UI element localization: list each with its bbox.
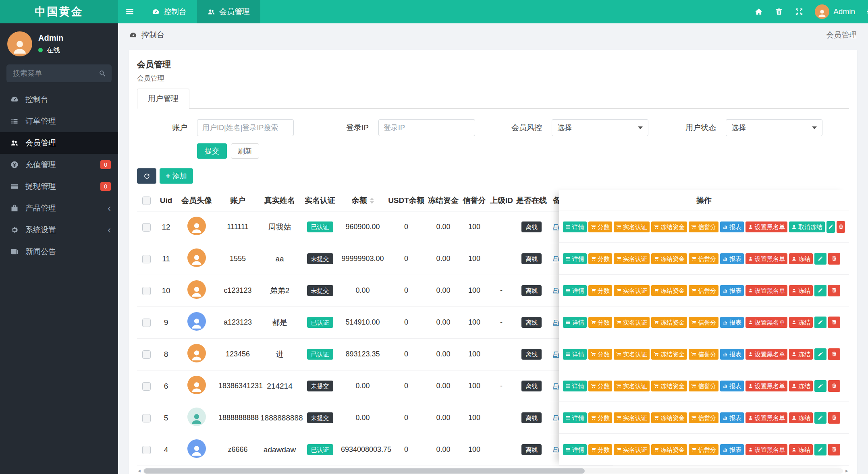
op-score-button[interactable]: 分数 <box>588 381 612 391</box>
op-credit-button[interactable]: 信誉分 <box>689 444 718 455</box>
delete-button[interactable] <box>828 380 840 392</box>
op-credit-button[interactable]: 信誉分 <box>689 285 718 296</box>
row-checkbox[interactable] <box>142 319 151 327</box>
op-blacklist-button[interactable]: 设置黑名单 <box>745 285 787 296</box>
op-report-button[interactable]: 报表 <box>720 444 744 455</box>
op-score-button[interactable]: 分数 <box>588 253 612 264</box>
op-blacklist-button[interactable]: 设置黑名单 <box>745 221 787 232</box>
menu-search-button[interactable] <box>94 65 111 81</box>
op-realname-button[interactable]: 实名认证 <box>614 221 650 232</box>
edit-button[interactable] <box>814 317 826 328</box>
delete-button[interactable] <box>828 412 840 424</box>
sidebar-toggle-button[interactable] <box>118 0 141 23</box>
op-report-button[interactable]: 报表 <box>720 349 744 360</box>
delete-button[interactable] <box>828 444 840 455</box>
row-checkbox[interactable] <box>142 414 151 422</box>
refresh-table-button[interactable] <box>137 168 156 184</box>
topnav-members[interactable]: 会员管理 <box>197 0 260 23</box>
member-avatar[interactable] <box>187 217 206 235</box>
op-report-button[interactable]: 报表 <box>720 253 744 264</box>
edit-button[interactable] <box>814 380 826 392</box>
op-credit-button[interactable]: 信誉分 <box>689 317 718 328</box>
op-realname-button[interactable]: 实名认证 <box>614 349 650 360</box>
edit-button[interactable] <box>814 348 826 360</box>
member-avatar[interactable] <box>187 439 206 458</box>
op-credit-button[interactable]: 信誉分 <box>689 221 718 232</box>
account-search-input[interactable] <box>197 119 294 136</box>
delete-button[interactable] <box>828 317 840 328</box>
member-avatar[interactable] <box>187 312 206 331</box>
home-button[interactable] <box>749 0 769 23</box>
op-freeze-funds-button[interactable]: 冻结资金 <box>651 349 687 360</box>
op-detail-button[interactable]: 详情 <box>563 412 587 423</box>
reset-button[interactable]: 刷新 <box>231 143 259 159</box>
op-score-button[interactable]: 分数 <box>588 221 612 232</box>
scroll-left-arrow[interactable]: ◄ <box>137 469 141 473</box>
brand-logo[interactable]: 中国黄金 <box>0 0 118 23</box>
op-freeze-button[interactable]: 冻结 <box>789 381 813 391</box>
op-realname-button[interactable]: 实名认证 <box>614 444 650 455</box>
sidebar-item-settings[interactable]: 系统设置 ‹ <box>0 219 118 241</box>
op-score-button[interactable]: 分数 <box>588 285 612 296</box>
sidebar-item-console[interactable]: 控制台 <box>0 89 118 110</box>
op-credit-button[interactable]: 信誉分 <box>689 381 718 391</box>
op-blacklist-button[interactable]: 设置黑名单 <box>745 444 787 455</box>
member-avatar[interactable] <box>187 280 206 299</box>
member-avatar[interactable] <box>187 344 206 362</box>
fullscreen-button[interactable] <box>789 0 809 23</box>
op-score-button[interactable]: 分数 <box>588 444 612 455</box>
op-realname-button[interactable]: 实名认证 <box>614 285 650 296</box>
user-status-select[interactable]: 选择 <box>726 119 822 136</box>
op-report-button[interactable]: 报表 <box>720 285 744 296</box>
row-checkbox[interactable] <box>142 287 151 295</box>
submit-button[interactable]: 提交 <box>197 143 227 159</box>
col-header-uid[interactable]: Uid <box>156 190 177 211</box>
login-ip-input[interactable] <box>378 119 475 136</box>
op-realname-button[interactable]: 实名认证 <box>614 253 650 264</box>
op-report-button[interactable]: 报表 <box>720 221 744 232</box>
op-blacklist-button[interactable]: 设置黑名单 <box>745 381 787 391</box>
op-freeze-button[interactable]: 冻结 <box>789 317 813 328</box>
op-freeze-funds-button[interactable]: 冻结资金 <box>651 253 687 264</box>
sidebar-item-news[interactable]: 新闻公告 <box>0 241 118 263</box>
op-report-button[interactable]: 报表 <box>720 317 744 328</box>
op-blacklist-button[interactable]: 设置黑名单 <box>745 253 787 264</box>
tab-user-management[interactable]: 用户管理 <box>137 89 189 109</box>
edit-button[interactable] <box>814 444 826 455</box>
op-realname-button[interactable]: 实名认证 <box>614 412 650 423</box>
delete-button[interactable] <box>828 348 840 360</box>
edit-button[interactable] <box>826 221 835 233</box>
col-header-balance[interactable]: 余额 <box>339 190 386 211</box>
edit-button[interactable] <box>814 412 826 424</box>
op-credit-button[interactable]: 信誉分 <box>689 412 718 423</box>
op-detail-button[interactable]: 详情 <box>563 221 587 232</box>
op-realname-button[interactable]: 实名认证 <box>614 381 650 391</box>
op-freeze-funds-button[interactable]: 冻结资金 <box>651 444 687 455</box>
op-report-button[interactable]: 报表 <box>720 412 744 423</box>
delete-button[interactable] <box>828 285 840 296</box>
op-freeze-funds-button[interactable]: 冻结资金 <box>651 381 687 391</box>
add-member-button[interactable]: + 添加 <box>160 168 193 184</box>
delete-button[interactable] <box>837 221 845 233</box>
edit-button[interactable] <box>814 285 826 296</box>
op-credit-button[interactable]: 信誉分 <box>689 253 718 264</box>
clear-cache-button[interactable] <box>769 0 789 23</box>
op-freeze-funds-button[interactable]: 冻结资金 <box>651 285 687 296</box>
risk-select[interactable]: 选择 <box>552 119 648 136</box>
topbar-user-menu[interactable]: Admin <box>809 4 861 19</box>
edit-button[interactable] <box>814 253 826 265</box>
row-checkbox[interactable] <box>142 382 151 391</box>
sidebar-item-orders[interactable]: 订单管理 <box>0 110 118 132</box>
row-checkbox[interactable] <box>142 223 151 232</box>
op-freeze-funds-button[interactable]: 冻结资金 <box>651 221 687 232</box>
breadcrumb-left[interactable]: 控制台 <box>129 30 164 40</box>
op-credit-button[interactable]: 信誉分 <box>689 349 718 360</box>
member-avatar[interactable] <box>187 248 206 267</box>
sort-icon[interactable] <box>370 198 374 204</box>
op-score-button[interactable]: 分数 <box>588 412 612 423</box>
op-freeze-funds-button[interactable]: 冻结资金 <box>651 412 687 423</box>
op-freeze-button[interactable]: 冻结 <box>789 444 813 455</box>
scrollbar-thumb[interactable] <box>144 468 585 474</box>
op-freeze-button[interactable]: 冻结 <box>789 349 813 360</box>
op-detail-button[interactable]: 详情 <box>563 285 587 296</box>
